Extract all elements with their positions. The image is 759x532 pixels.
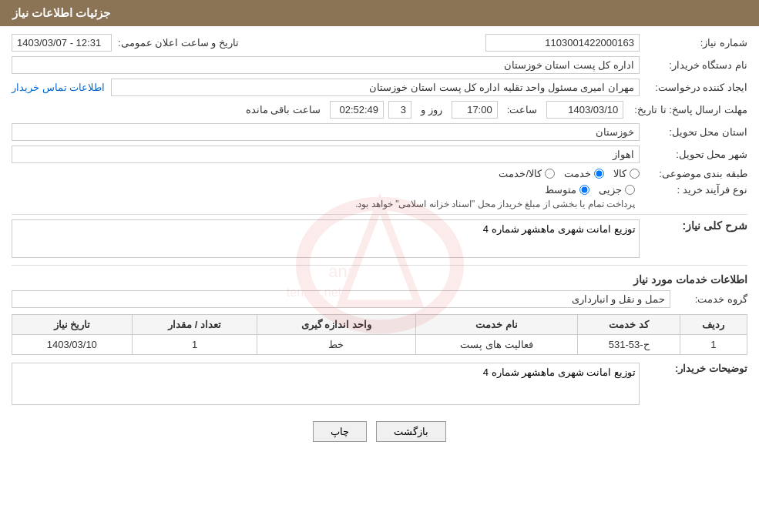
print-button[interactable]: چاپ [313, 421, 367, 442]
buyer-notes-wrapper: توزیع امانت شهری ماهشهر شماره 4 [12, 363, 640, 407]
buyer-org-row: نام دستگاه خریدار: اداره کل پست استان خو… [12, 56, 747, 74]
deadline-days-label: روز و [421, 104, 442, 115]
need-desc-section: شرح کلی نیاز: توزیع امانت شهری ماهشهر شم… [12, 219, 747, 260]
need-number-row: شماره نیاز: 1103001422000163 تاریخ و ساع… [12, 34, 747, 52]
buyer-notes-textarea[interactable]: توزیع امانت شهری ماهشهر شماره 4 [12, 363, 640, 405]
purchase-type-radios: جزیی متوسط [355, 184, 635, 196]
province-row: استان محل تحویل: خوزستان [12, 123, 747, 141]
page-title: جزئیات اطلاعات نیاز [12, 6, 110, 19]
city-label: شهر محل تحویل: [640, 149, 747, 160]
announce-label: تاریخ و ساعت اعلان عمومی: [112, 37, 239, 49]
cell-row: 1 [680, 335, 747, 355]
creator-value: مهران امیری مسئول واحد تقلیه اداره کل پس… [111, 79, 640, 96]
form-content: شماره نیاز: 1103001422000163 تاریخ و ساع… [0, 26, 759, 465]
creator-row: ایجاد کننده درخواست: مهران امیری مسئول و… [12, 79, 747, 96]
need-number-label: شماره نیاز: [640, 37, 747, 49]
category-label: طبقه بندی موضوعی: [640, 168, 747, 179]
buyer-notes-row: توضیحات خریدار: توزیع امانت شهری ماهشهر … [12, 363, 747, 407]
purchase-type-note: پرداخت تمام یا بخشی از مبلغ خریداز محل "… [355, 199, 635, 209]
category-option-kala-khedmat: کالا/خدمت [499, 168, 555, 179]
category-option-kala: کالا [613, 168, 640, 179]
category-label-kala-khedmat: کالا/خدمت [499, 168, 542, 179]
contact-link[interactable]: اطلاعات تماس خریدار [12, 82, 105, 93]
cell-unit: خط [257, 335, 415, 355]
deadline-time-label: ساعت: [507, 104, 538, 115]
category-row: طبقه بندی موضوعی: کالا خدمت کالا/خدمت [12, 168, 747, 179]
purchase-type-label-jozi: جزیی [599, 184, 622, 196]
col-unit: واحد اندازه گیری [257, 315, 415, 335]
need-number-value: 1103001422000163 [485, 34, 640, 52]
need-desc-wrapper: توزیع امانت شهری ماهشهر شماره 4 [12, 219, 640, 260]
back-button[interactable]: بازگشت [376, 421, 446, 442]
page-header: جزئیات اطلاعات نیاز [0, 0, 759, 26]
province-value: خوزستان [12, 123, 640, 141]
purchase-type-label: نوع فرآیند خرید : [640, 184, 747, 196]
category-radio-kala-khedmat[interactable] [545, 169, 555, 179]
deadline-date: 1403/03/10 [546, 101, 623, 119]
service-group-value: حمل و نقل و انبارداری [12, 290, 670, 308]
col-code: کد خدمت [578, 315, 680, 335]
deadline-days: 3 [388, 101, 411, 119]
category-label-kala: کالا [613, 168, 626, 179]
category-radio-kala[interactable] [630, 169, 640, 179]
city-value: اهواز [12, 146, 640, 163]
creator-label: ایجاد کننده درخواست: [640, 82, 747, 93]
purchase-type-radio-jozi[interactable] [625, 185, 635, 195]
province-label: استان محل تحویل: [640, 126, 747, 138]
cell-qty: 1 [132, 335, 257, 355]
deadline-remaining-label: ساعت باقی مانده [246, 104, 321, 115]
deadline-row: مهلت ارسال پاسخ: تا تاریخ: 1403/03/10 سا… [12, 101, 747, 119]
cell-date: 1403/03/10 [12, 335, 133, 355]
category-option-khedmat: خدمت [564, 168, 604, 179]
col-qty: تعداد / مقدار [132, 315, 257, 335]
purchase-type-motevasset: متوسط [545, 184, 589, 196]
page-wrapper: جزئیات اطلاعات نیاز شماره نیاز: 11030014… [0, 0, 759, 532]
service-group-label: گروه خدمت: [670, 293, 747, 305]
purchase-type-row: نوع فرآیند خرید : جزیی متوسط پرداخت تمام… [12, 184, 747, 209]
buyer-org-label: نام دستگاه خریدار: [640, 59, 747, 71]
col-name: نام خدمت [415, 315, 578, 335]
buttons-row: بازگشت چاپ [12, 421, 747, 457]
buyer-notes-label: توضیحات خریدار: [640, 363, 747, 374]
purchase-type-radio-motevasset[interactable] [579, 185, 589, 195]
service-table: ردیف کد خدمت نام خدمت واحد اندازه گیری ت… [12, 314, 747, 355]
need-desc-label: شرح کلی نیاز: [640, 219, 747, 232]
need-desc-textarea[interactable]: توزیع امانت شهری ماهشهر شماره 4 [12, 219, 640, 258]
service-group-row: گروه خدمت: حمل و نقل و انبارداری [12, 290, 747, 308]
table-header-row: ردیف کد خدمت نام خدمت واحد اندازه گیری ت… [12, 315, 747, 335]
category-label-khedmat: خدمت [564, 168, 591, 179]
category-radio-khedmat[interactable] [594, 169, 604, 179]
deadline-label: مهلت ارسال پاسخ: تا تاریخ: [628, 104, 747, 115]
deadline-remaining: 02:52:49 [330, 101, 384, 119]
announce-value: 1403/03/07 - 12:31 [12, 34, 112, 52]
col-date: تاریخ نیاز [12, 315, 133, 335]
deadline-time: 17:00 [452, 101, 498, 119]
category-radios: کالا خدمت کالا/خدمت [499, 168, 640, 179]
buyer-org-value: اداره کل پست استان خوزستان [12, 56, 640, 74]
cell-name: فعالیت های پست [415, 335, 578, 355]
purchase-type-jozi: جزیی [599, 184, 635, 196]
services-title: اطلاعات خدمات مورد نیاز [12, 273, 747, 286]
table-row: 1 ح-53-531 فعالیت های پست خط 1 1403/03/1… [12, 335, 747, 355]
cell-code: ح-53-531 [578, 335, 680, 355]
purchase-type-label-motevasset: متوسط [545, 184, 576, 196]
col-row: ردیف [680, 315, 747, 335]
city-row: شهر محل تحویل: اهواز [12, 146, 747, 163]
